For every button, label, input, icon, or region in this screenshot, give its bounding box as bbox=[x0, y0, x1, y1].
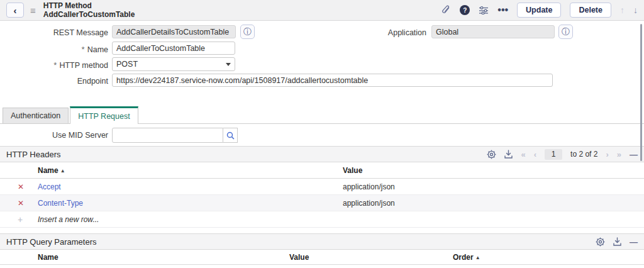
next-page-icon[interactable]: › bbox=[606, 150, 608, 159]
tab-authentication[interactable]: Authentication bbox=[3, 108, 69, 123]
delete-row-icon[interactable]: ✕ bbox=[18, 182, 24, 191]
arrow-down-icon[interactable]: ↓ bbox=[633, 5, 638, 15]
more-options-icon[interactable]: ••• bbox=[497, 7, 508, 13]
header-value-cell: application/json bbox=[343, 182, 395, 191]
application-info-icon[interactable]: ⓘ bbox=[558, 25, 573, 39]
query-params-column-row: Name Value Order▲ bbox=[0, 250, 644, 265]
application-field[interactable] bbox=[431, 25, 555, 38]
tab-http-request[interactable]: HTTP Request bbox=[70, 106, 138, 124]
http-query-params-title: HTTP Query Parameters bbox=[6, 237, 97, 247]
chevron-left-icon: ‹ bbox=[14, 5, 17, 16]
http-method-form-page: ‹ ≡ HTTP Method AddCallerToCustomTable ? bbox=[0, 0, 644, 268]
page-title: HTTP Method AddCallerToCustomTable bbox=[43, 1, 135, 20]
name-label: *Name bbox=[0, 45, 108, 54]
column-header-name[interactable]: Name bbox=[38, 253, 58, 262]
insert-new-row[interactable]: + Insert a new row... bbox=[0, 265, 644, 268]
name-field[interactable] bbox=[112, 42, 235, 55]
delete-button[interactable]: Delete bbox=[570, 3, 611, 18]
search-icon bbox=[226, 131, 235, 140]
endpoint-label: Endpoint bbox=[0, 77, 108, 86]
http-query-params-section-bar: HTTP Query Parameters — bbox=[0, 233, 644, 250]
chevron-down-icon bbox=[226, 63, 231, 66]
page-title-line1: HTTP Method bbox=[43, 1, 135, 10]
arrow-up-icon[interactable]: ↑ bbox=[620, 5, 625, 15]
sort-asc-icon: ▲ bbox=[60, 168, 65, 174]
required-asterisk-icon: * bbox=[53, 60, 57, 70]
first-page-icon[interactable]: « bbox=[521, 150, 525, 159]
export-download-icon[interactable] bbox=[613, 237, 621, 246]
rest-message-field[interactable] bbox=[112, 25, 236, 38]
header-bar: ‹ ≡ HTTP Method AddCallerToCustomTable ? bbox=[0, 0, 644, 21]
attachment-paperclip-icon[interactable] bbox=[441, 5, 451, 15]
rest-message-info-icon[interactable]: ⓘ bbox=[240, 25, 255, 39]
collapse-section-icon[interactable]: — bbox=[630, 237, 638, 247]
export-download-icon[interactable] bbox=[504, 150, 513, 159]
prev-page-icon[interactable]: ‹ bbox=[534, 150, 536, 159]
http-headers-column-row: Name▲ Value bbox=[0, 162, 644, 179]
page-title-line2: AddCallerToCustomTable bbox=[43, 10, 135, 19]
http-headers-title: HTTP Headers bbox=[6, 150, 60, 159]
mid-server-lookup-button[interactable] bbox=[223, 128, 238, 143]
gear-icon[interactable] bbox=[487, 150, 496, 159]
table-row: ✕ Content-Type application/json bbox=[0, 195, 644, 211]
header-name-link[interactable]: Content-Type bbox=[38, 199, 83, 208]
page-number-input[interactable]: 1 bbox=[545, 149, 562, 160]
gear-icon[interactable] bbox=[596, 237, 605, 247]
column-header-order[interactable]: Order▲ bbox=[453, 253, 480, 262]
back-button[interactable]: ‹ bbox=[6, 3, 24, 18]
endpoint-field[interactable] bbox=[112, 74, 553, 87]
http-method-selected-value: POST bbox=[116, 60, 138, 69]
http-method-select[interactable]: POST bbox=[112, 57, 235, 71]
pagination-range-text: to 2 of 2 bbox=[570, 150, 597, 159]
insert-new-row[interactable]: + Insert a new row... bbox=[0, 211, 644, 228]
column-header-name[interactable]: Name▲ bbox=[38, 166, 65, 175]
insert-row-label[interactable]: Insert a new row... bbox=[38, 215, 99, 224]
vertical-scrollbar[interactable] bbox=[640, 24, 642, 161]
header-name-link[interactable]: Accept bbox=[38, 182, 61, 191]
header-value-cell: application/json bbox=[343, 199, 395, 208]
sliders-icon[interactable] bbox=[479, 6, 489, 14]
add-row-icon[interactable]: + bbox=[18, 215, 23, 225]
last-page-icon[interactable]: » bbox=[617, 150, 621, 159]
table-row: ✕ Accept application/json bbox=[0, 179, 644, 195]
context-menu-icon[interactable]: ≡ bbox=[30, 6, 36, 15]
rest-message-label: REST Message bbox=[0, 28, 108, 37]
required-asterisk-icon: * bbox=[82, 45, 85, 54]
http-method-label: *HTTP method bbox=[0, 60, 108, 70]
column-header-value[interactable]: Value bbox=[289, 253, 309, 262]
column-header-value[interactable]: Value bbox=[343, 166, 362, 175]
tab-strip: Authentication HTTP Request bbox=[0, 106, 644, 124]
update-button[interactable]: Update bbox=[517, 3, 561, 18]
delete-row-icon[interactable]: ✕ bbox=[18, 199, 24, 208]
collapse-section-icon[interactable]: — bbox=[630, 150, 638, 159]
sort-asc-icon: ▲ bbox=[475, 255, 480, 260]
mid-server-label: Use MID Server bbox=[0, 131, 108, 140]
help-icon[interactable]: ? bbox=[460, 5, 470, 15]
mid-server-field[interactable] bbox=[112, 128, 223, 143]
application-label: Application bbox=[321, 28, 426, 37]
http-headers-section-bar: HTTP Headers « ‹ 1 to 2 of 2 bbox=[0, 146, 644, 162]
